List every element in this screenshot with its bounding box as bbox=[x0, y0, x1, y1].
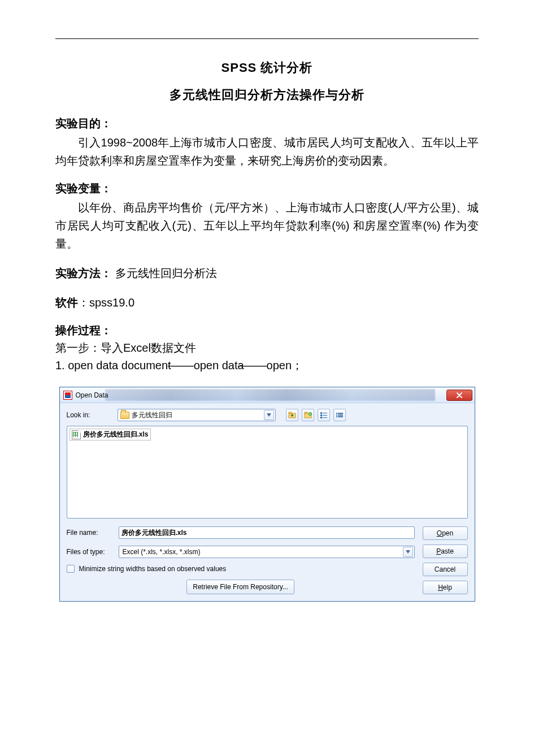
minimize-label: Minimize string widths based on observed… bbox=[79, 565, 227, 573]
lookin-combo[interactable]: 多元线性回归 bbox=[118, 409, 276, 421]
svg-rect-7 bbox=[320, 414, 322, 416]
top-rule bbox=[55, 38, 479, 39]
view-details-button[interactable] bbox=[318, 409, 330, 421]
svg-rect-13 bbox=[336, 414, 337, 416]
section-purpose-head: 实验目的： bbox=[55, 116, 479, 131]
minimize-checkbox[interactable] bbox=[67, 565, 75, 573]
lookin-label: Look in: bbox=[67, 411, 118, 419]
svg-rect-10 bbox=[323, 417, 327, 418]
svg-rect-1 bbox=[289, 412, 292, 413]
filetype-combo[interactable]: Excel (*.xls, *.xlsx, *.xlsm) bbox=[119, 546, 415, 558]
open-rest: pen bbox=[442, 529, 453, 537]
section-variables-head: 实验变量： bbox=[55, 181, 479, 196]
open-mnemonic: O bbox=[437, 529, 442, 537]
step-1-d: a—— bbox=[237, 359, 266, 371]
paste-mnemonic: P bbox=[436, 547, 441, 555]
svg-rect-8 bbox=[323, 415, 327, 416]
section-process-head: 操作过程： bbox=[55, 323, 479, 338]
dialog-title: Open Data bbox=[76, 391, 446, 399]
cancel-button[interactable]: Cancel bbox=[423, 563, 468, 576]
list-view-icon bbox=[320, 412, 328, 418]
step-1-a: open data documen bbox=[68, 359, 168, 371]
section-method: 实验方法： 多元线性回归分析法 bbox=[55, 264, 479, 282]
filetype-label: Files of type: bbox=[67, 548, 119, 556]
section-method-head: 实验方法： bbox=[55, 267, 112, 279]
open-button[interactable]: Open bbox=[423, 526, 468, 540]
step-1-title: 第一步：导入Excel数据文件 bbox=[55, 340, 479, 356]
help-button[interactable]: Help bbox=[423, 581, 468, 594]
open-data-dialog: Open Data Look in: 多元线性回归 bbox=[59, 387, 475, 602]
svg-rect-6 bbox=[323, 413, 327, 413]
step-1-e: open； bbox=[267, 359, 303, 371]
svg-rect-11 bbox=[336, 413, 337, 414]
close-button[interactable] bbox=[446, 390, 472, 401]
svg-rect-12 bbox=[338, 413, 343, 414]
filename-label: File name: bbox=[67, 529, 119, 537]
lookin-value: 多元线性回归 bbox=[132, 411, 264, 420]
dialog-body: Look in: 多元线性回归 bbox=[60, 403, 475, 601]
step-1-line: 1. open data document——open data——open； bbox=[55, 358, 479, 373]
section-software-head: 软件 bbox=[55, 296, 78, 309]
lookin-dropdown-arrow[interactable] bbox=[264, 410, 274, 420]
section-method-body: 多元线性回归分析法 bbox=[115, 267, 217, 279]
svg-rect-15 bbox=[336, 416, 337, 417]
file-item-name: 房价多元线性回归.xls bbox=[83, 430, 149, 439]
retrieve-mnemonic: R bbox=[193, 583, 198, 591]
page-title-2: 多元线性回归分析方法操作与分析 bbox=[55, 87, 479, 103]
svg-rect-3 bbox=[305, 412, 307, 413]
svg-rect-14 bbox=[338, 414, 343, 416]
close-icon bbox=[456, 392, 463, 398]
view-list-button[interactable] bbox=[333, 409, 346, 421]
folder-icon bbox=[120, 412, 129, 419]
step-1-num: 1. bbox=[55, 359, 68, 371]
step-1-b: t—— bbox=[168, 359, 194, 371]
filename-input[interactable] bbox=[119, 526, 415, 539]
retrieve-rest: etrieve File From Repository... bbox=[198, 583, 288, 591]
new-folder-button[interactable] bbox=[302, 409, 314, 421]
section-software-body: spss19.0 bbox=[89, 296, 134, 309]
page-title-1: SPSS 统计分析 bbox=[55, 59, 479, 76]
paste-rest: aste bbox=[441, 547, 454, 555]
spss-app-icon bbox=[63, 391, 72, 400]
help-mnemonic: H bbox=[438, 584, 443, 591]
retrieve-button[interactable]: Retrieve File From Repository... bbox=[186, 580, 294, 594]
new-folder-icon bbox=[304, 412, 312, 418]
svg-rect-16 bbox=[338, 416, 343, 417]
details-view-icon bbox=[336, 412, 344, 418]
filetype-dropdown-arrow[interactable] bbox=[403, 547, 413, 557]
excel-file-icon bbox=[72, 430, 81, 439]
paste-button[interactable]: Paste bbox=[423, 545, 468, 558]
svg-rect-9 bbox=[320, 417, 322, 418]
lookin-toolbar bbox=[286, 409, 346, 421]
file-item[interactable]: 房价多元线性回归.xls bbox=[70, 429, 151, 440]
chevron-down-icon bbox=[406, 550, 410, 554]
section-software: 软件：spss19.0 bbox=[55, 293, 479, 312]
section-variables-body: 以年份、商品房平均售价（元/平方米）、上海市城市人口密度(人/平方公里)、城市居… bbox=[55, 198, 479, 253]
section-software-sep: ： bbox=[78, 296, 89, 309]
help-rest: elp bbox=[443, 584, 452, 591]
up-folder-button[interactable] bbox=[286, 409, 298, 421]
filetype-value: Excel (*.xls, *.xlsx, *.xlsm) bbox=[123, 548, 403, 556]
step-1-c: open dat bbox=[194, 359, 238, 371]
section-purpose-body: 引入1998~2008年上海市城市人口密度、城市居民人均可支配收入、五年以上平均… bbox=[55, 133, 479, 170]
file-list-pane[interactable]: 房价多元线性回归.xls bbox=[67, 426, 468, 519]
dialog-titlebar[interactable]: Open Data bbox=[60, 387, 475, 403]
chevron-down-icon bbox=[267, 413, 271, 417]
svg-rect-5 bbox=[320, 412, 322, 414]
up-folder-icon bbox=[288, 412, 296, 418]
